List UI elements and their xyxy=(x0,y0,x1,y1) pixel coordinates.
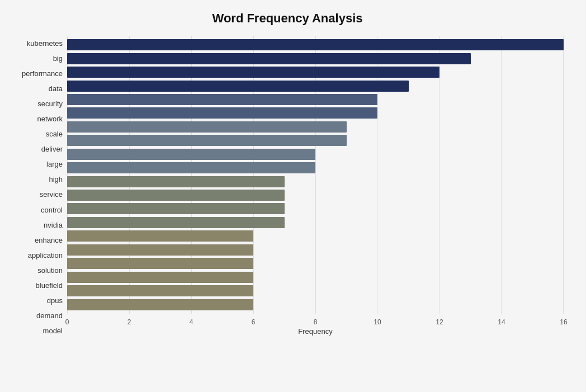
bar-row xyxy=(67,80,564,92)
y-label: high xyxy=(11,176,63,183)
x-tick: 10 xyxy=(374,318,381,326)
bar-row xyxy=(67,53,564,65)
y-axis-labels: kubernetesbigperformancedatasecuritynetw… xyxy=(11,36,67,338)
bar-row xyxy=(67,230,564,242)
bar xyxy=(67,190,285,201)
bar xyxy=(67,203,285,214)
x-tick: 12 xyxy=(436,318,443,326)
y-label: big xyxy=(11,55,63,62)
bar xyxy=(67,67,440,78)
y-label: nvidia xyxy=(11,221,63,229)
bar-row xyxy=(67,202,564,215)
y-label: deliver xyxy=(11,145,63,153)
bar xyxy=(67,135,347,146)
y-label: control xyxy=(11,206,63,214)
bars-section xyxy=(67,36,564,314)
bars-wrapper xyxy=(67,36,564,314)
bar-row xyxy=(67,121,564,133)
y-label: application xyxy=(11,252,63,259)
bar xyxy=(67,230,253,242)
bar xyxy=(67,176,285,187)
y-label: solution xyxy=(11,267,63,274)
y-label: service xyxy=(11,191,63,198)
y-label: network xyxy=(11,115,63,122)
bar xyxy=(67,299,253,310)
bar-row xyxy=(67,285,564,297)
bar-row xyxy=(67,189,564,201)
bar xyxy=(67,258,253,269)
bar xyxy=(67,53,471,64)
bar-row xyxy=(67,271,564,284)
bar-row xyxy=(67,244,564,256)
bar-row xyxy=(67,66,564,78)
x-tick: 6 xyxy=(252,318,256,326)
bar-row xyxy=(67,162,564,174)
bar xyxy=(67,149,315,160)
bar xyxy=(67,217,285,228)
x-tick: 4 xyxy=(190,318,193,326)
bar-row xyxy=(67,39,564,51)
bar xyxy=(67,244,253,256)
x-tick: 0 xyxy=(65,318,69,326)
bar-row xyxy=(67,176,564,188)
bar xyxy=(67,81,409,92)
y-label: dpus xyxy=(11,297,63,304)
x-axis: 0246810121416 Frequency xyxy=(67,316,564,338)
bar xyxy=(67,121,347,133)
bar-row xyxy=(67,299,564,311)
x-tick: 16 xyxy=(560,318,567,326)
y-label: data xyxy=(11,85,63,92)
y-label: bluefield xyxy=(11,282,63,289)
y-label: enhance xyxy=(11,237,63,244)
bar xyxy=(67,162,315,173)
y-label: large xyxy=(11,160,63,168)
y-label: performance xyxy=(11,70,63,77)
bar xyxy=(67,272,253,283)
bar xyxy=(67,285,253,296)
x-tick: 2 xyxy=(127,318,131,326)
y-label: scale xyxy=(11,130,63,138)
chart-title: Word Frequency Analysis xyxy=(11,11,564,26)
bar xyxy=(67,94,377,105)
bar-row xyxy=(67,257,564,270)
bar-row xyxy=(67,148,564,160)
x-axis-label: Frequency xyxy=(67,327,564,336)
bar-row xyxy=(67,216,564,229)
bar-row xyxy=(67,134,564,147)
bar-row xyxy=(67,93,564,106)
bar xyxy=(67,39,564,50)
y-label: security xyxy=(11,100,63,107)
x-tick: 14 xyxy=(498,318,505,326)
y-label: kubernetes xyxy=(11,40,63,47)
y-label: model xyxy=(11,327,63,334)
bar xyxy=(67,107,377,119)
bar-row xyxy=(67,107,564,119)
y-label: demand xyxy=(11,312,63,319)
chart-container: Word Frequency Analysis kubernetesbigper… xyxy=(0,0,586,392)
x-tick: 8 xyxy=(314,318,318,326)
